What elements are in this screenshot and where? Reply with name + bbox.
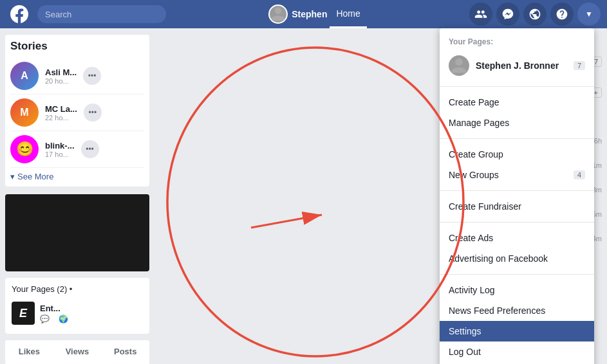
story-ellipsis-1[interactable]: ••• bbox=[83, 67, 101, 85]
nav-user-name: Stephen bbox=[292, 9, 327, 19]
story-ellipsis-3[interactable]: ••• bbox=[81, 140, 99, 158]
dropdown-create-group[interactable]: Create Group bbox=[440, 144, 594, 165]
messenger-icon-btn[interactable] bbox=[496, 3, 519, 26]
nav-home-link[interactable]: Home bbox=[330, 0, 366, 28]
dropdown-activity-log[interactable]: Activity Log bbox=[440, 280, 594, 300]
page-logo-e: E bbox=[12, 302, 35, 325]
story-item-3[interactable]: 😊 blink-... 17 ho... ••• bbox=[10, 131, 144, 168]
see-more-btn[interactable]: ▾ See More bbox=[10, 172, 144, 181]
main-layout: Stories A Asli M... 20 ho... ••• M MC La… bbox=[0, 28, 607, 364]
advertising-label: Advertising on Facebook bbox=[449, 253, 548, 264]
logout-label: Log Out bbox=[449, 347, 481, 357]
dropdown-advertising[interactable]: Advertising on Facebook bbox=[440, 248, 594, 269]
dropdown-create-fundraiser[interactable]: Create Fundraiser bbox=[440, 196, 594, 217]
tab-views[interactable]: Views bbox=[53, 340, 102, 364]
stories-section: Stories A Asli M... 20 ho... ••• M MC La… bbox=[5, 35, 149, 187]
story-info-3: blink-... 17 ho... bbox=[45, 141, 75, 158]
navbar: Stephen Home ▼ bbox=[0, 0, 607, 28]
story-name-2: MC La... bbox=[45, 104, 77, 114]
new-groups-label: New Groups bbox=[449, 170, 499, 180]
help-icon-btn[interactable] bbox=[550, 3, 574, 26]
story-info-1: Asli M... 20 ho... bbox=[45, 68, 77, 85]
tabs-row: Likes Views Posts bbox=[5, 340, 149, 364]
nav-user-avatar bbox=[268, 5, 288, 24]
dropdown-groups-section: Create Group New Groups 4 bbox=[440, 139, 594, 191]
navbar-left bbox=[6, 1, 166, 27]
dropdown-user-badge: 7 bbox=[574, 61, 585, 70]
dropdown-logout[interactable]: Log Out bbox=[440, 341, 594, 362]
center-feed bbox=[154, 28, 478, 364]
dropdown-settings-section: Activity Log News Feed Preferences Setti… bbox=[440, 275, 594, 364]
dropdown-ads-section: Create Ads Advertising on Facebook bbox=[440, 223, 594, 275]
your-pages-title: Your Pages (2) • bbox=[12, 284, 143, 294]
left-sidebar: Stories A Asli M... 20 ho... ••• M MC La… bbox=[0, 28, 154, 364]
news-feed-label: News Feed Preferences bbox=[449, 305, 545, 316]
dropdown-create-ads[interactable]: Create Ads bbox=[440, 228, 594, 248]
story-avatar-3: 😊 bbox=[10, 135, 39, 163]
dropdown-arrow-btn[interactable]: ▼ bbox=[577, 3, 601, 26]
settings-label: Settings bbox=[449, 326, 481, 336]
story-time-3: 17 ho... bbox=[45, 150, 75, 158]
dropdown-manage-pages[interactable]: Manage Pages bbox=[440, 113, 594, 133]
dropdown-create-page[interactable]: Create Page bbox=[440, 92, 594, 113]
stories-title: Stories bbox=[10, 40, 144, 53]
dropdown-pages-header: Your Pages: bbox=[440, 33, 594, 50]
dropdown-pages-section: Create Page Manage Pages bbox=[440, 87, 594, 139]
navbar-right: ▼ bbox=[469, 3, 601, 26]
story-avatar-2: M bbox=[10, 98, 39, 127]
dark-image bbox=[5, 194, 149, 271]
story-avatar-1: A bbox=[10, 62, 39, 90]
your-pages-box: Your Pages (2) • E Ent... 💬 🌍 bbox=[5, 278, 149, 334]
dropdown-your-pages: Your Pages: Stephen J. Bronner 7 bbox=[440, 28, 594, 87]
story-item[interactable]: A Asli M... 20 ho... ••• bbox=[10, 58, 144, 95]
dropdown-fundraiser-section: Create Fundraiser bbox=[440, 191, 594, 223]
activity-log-label: Activity Log bbox=[449, 285, 495, 295]
dropdown-news-feed[interactable]: News Feed Preferences bbox=[440, 300, 594, 321]
dropdown-user-item[interactable]: Stephen J. Bronner 7 bbox=[440, 50, 594, 81]
create-page-label: Create Page bbox=[449, 97, 500, 107]
story-name-1: Asli M... bbox=[45, 68, 77, 77]
story-name-3: blink-... bbox=[45, 141, 75, 150]
globe-icon-btn[interactable] bbox=[523, 3, 546, 26]
search-input[interactable] bbox=[37, 5, 166, 23]
create-group-label: Create Group bbox=[449, 149, 503, 159]
dropdown-settings[interactable]: Settings bbox=[440, 321, 594, 341]
dropdown-user-avatar bbox=[449, 55, 469, 76]
create-ads-label: Create Ads bbox=[449, 233, 493, 243]
story-info-2: MC La... 22 ho... bbox=[45, 104, 77, 122]
page-icon-globe: 🌍 bbox=[59, 314, 68, 323]
facebook-logo bbox=[6, 1, 32, 27]
story-ellipsis-2[interactable]: ••• bbox=[84, 104, 102, 122]
story-time-1: 20 ho... bbox=[45, 77, 77, 85]
page-icon-comment: 💬 bbox=[40, 314, 50, 323]
new-groups-badge: 4 bbox=[574, 170, 585, 179]
story-item-2[interactable]: M MC La... 22 ho... ••• bbox=[10, 95, 144, 131]
navbar-center: Stephen Home bbox=[268, 0, 367, 28]
create-fundraiser-label: Create Fundraiser bbox=[449, 201, 521, 212]
dropdown-menu: Your Pages: Stephen J. Bronner 7 Create … bbox=[440, 28, 594, 364]
tab-posts[interactable]: Posts bbox=[101, 340, 149, 364]
tab-likes[interactable]: Likes bbox=[5, 340, 53, 364]
dropdown-new-groups[interactable]: New Groups 4 bbox=[440, 165, 594, 185]
nav-user-area[interactable]: Stephen bbox=[268, 5, 327, 24]
dropdown-user-name: Stephen J. Bronner bbox=[476, 60, 559, 71]
page-name-ent: Ent... bbox=[40, 304, 68, 313]
story-time-2: 22 ho... bbox=[45, 114, 77, 122]
page-item-ent[interactable]: E Ent... 💬 🌍 bbox=[12, 299, 143, 327]
friends-icon-btn[interactable] bbox=[469, 3, 492, 26]
manage-pages-label: Manage Pages bbox=[449, 118, 509, 128]
